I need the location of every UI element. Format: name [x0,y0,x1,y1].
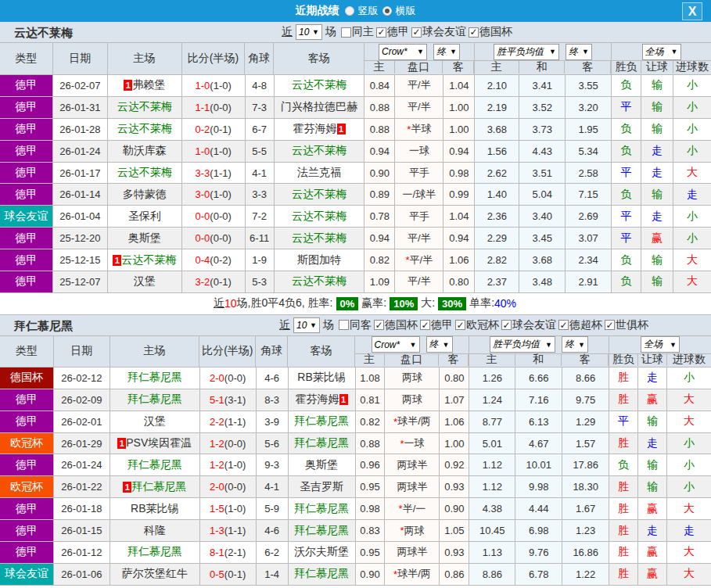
filter-checkbox-label[interactable]: 德国杯 [385,318,418,332]
handicap: 两球半 [397,545,427,559]
away-team-name[interactable]: 斯图加特 [297,253,341,267]
header-select[interactable]: 终▼ [426,336,453,353]
header-select[interactable]: Crow*▼ [379,44,427,60]
filter-checkbox-球会友谊[interactable]: ✓ [501,320,512,330]
away-team-name[interactable]: 法兰克福 [297,166,341,180]
league-type-cell: 球会友谊 [0,206,53,227]
filter-checkbox-球会友谊[interactable]: ✓ [411,27,422,38]
away-team-name[interactable]: 霍芬海姆 [293,122,337,136]
home-team-name[interactable]: 汉堡 [134,274,156,289]
sub-column-header: 和 [515,354,562,366]
away-team-name[interactable]: 云达不莱梅 [292,144,347,158]
handicap: 平/半 [408,274,431,289]
away-team-name[interactable]: 云达不莱梅 [292,188,347,202]
filter-checkbox-label[interactable]: 德甲 [387,25,409,39]
home-team-name[interactable]: 圣保利 [128,210,161,224]
filter-checkbox-label[interactable]: 球会友谊 [512,318,556,332]
close-icon[interactable]: X [682,2,702,20]
header-select[interactable]: 终▼ [566,44,592,60]
match-count-select[interactable]: 10▼ [293,317,320,333]
home-team-name[interactable]: 弗赖堡 [132,78,165,92]
away-team-name[interactable]: 云达不莱梅 [292,274,347,289]
home-team-name[interactable]: 拜仁慕尼黑 [127,458,182,472]
header-select[interactable]: 全场▼ [642,44,681,60]
away-team-name[interactable]: 奥斯堡 [305,458,338,472]
summary-recent-label: 近 [214,296,224,310]
handicap: 半球 [411,122,431,136]
home-team-name[interactable]: PSV埃因霍温 [126,436,192,450]
filter-checkbox-label[interactable]: 德国杯 [479,25,512,39]
euro-home: 8.77 [483,416,502,428]
filter-checkbox-label[interactable]: 同客 [350,318,372,332]
away-team-name[interactable]: 圣吉罗斯 [300,480,343,494]
result-wdl: 负 [621,144,632,158]
home-team-name[interactable]: 拜仁慕尼黑 [131,480,186,494]
home-team-name[interactable]: 拜仁慕尼黑 [127,545,182,559]
header-select-value: Crow* [382,46,408,57]
away-team-name[interactable]: 拜仁慕尼黑 [294,414,349,428]
filter-checkbox-欧冠杯[interactable]: ✓ [455,320,465,330]
away-team-name[interactable]: 拜仁慕尼黑 [294,436,349,450]
home-team-name[interactable]: 萨尔茨堡红牛 [122,567,188,581]
filter-checkbox-德甲[interactable]: ✓ [420,320,430,330]
home-team-name[interactable]: 拜仁慕尼黑 [127,393,182,407]
filter-checkbox-label[interactable]: 欧冠杯 [466,318,499,332]
away-team-name[interactable]: 云达不莱梅 [292,231,347,246]
filter-checkbox-label[interactable]: 德超杯 [569,318,602,332]
home-team-name[interactable]: 多特蒙德 [123,188,167,202]
filter-checkbox-世俱杯[interactable]: ✓ [605,320,615,330]
header-select[interactable]: 终▼ [433,44,460,60]
away-team-name[interactable]: 霍芬海姆 [296,393,339,407]
home-team-name[interactable]: 云达不莱梅 [117,166,172,180]
vertical-radio-label[interactable]: 竖版 [358,4,379,18]
away-team-name[interactable]: 门兴格拉德巴赫 [281,100,357,114]
filter-checkbox-德国杯[interactable]: ✓ [469,27,479,38]
home-team-name[interactable]: 奥斯堡 [128,231,161,246]
home-team-name[interactable]: 勒沃库森 [123,144,167,158]
match-count-select[interactable]: 10▼ [296,24,322,40]
result-goals: 走 [684,524,695,538]
header-select[interactable]: 终▼ [562,336,588,353]
filter-checkbox-德超杯[interactable]: ✓ [558,320,569,330]
horizontal-radio[interactable] [382,6,392,16]
away-water: 0.93 [444,481,464,493]
vertical-radio[interactable] [345,6,354,16]
away-team-name[interactable]: 云达不莱梅 [292,78,347,92]
home-team-name[interactable]: RB莱比锡 [131,502,178,516]
halftime-score: (0-1) [224,568,246,580]
match-date: 26-02-09 [61,394,102,406]
away-team-name[interactable]: 沃尔夫斯堡 [294,545,349,559]
home-team-name[interactable]: 汉堡 [144,414,166,428]
euro-home: 1.13 [483,547,502,558]
filter-checkbox-label[interactable]: 世俱杯 [616,318,648,332]
home-team-name[interactable]: 拜仁慕尼黑 [127,371,182,385]
home-team-name[interactable]: 云达不莱梅 [121,253,176,267]
filter-checkbox-德甲[interactable]: ✓ [376,27,386,38]
filter-checkbox-label[interactable]: 球会友谊 [422,25,466,39]
away-team-name[interactable]: RB莱比锡 [297,371,345,385]
header-select[interactable]: Crow*▼ [372,336,420,353]
header-select[interactable]: 胜平负均值▼ [494,44,559,60]
filter-checkbox-同客[interactable] [339,320,349,330]
filter-checkbox-同主[interactable] [341,27,351,38]
halftime-score: (1-0) [210,188,231,200]
header-group-sublabels: 主和客 [469,354,609,366]
home-team-name[interactable]: 云达不莱梅 [117,100,172,114]
home-team-name[interactable]: 科隆 [144,524,166,538]
away-team-name[interactable]: 云达不莱梅 [292,210,347,224]
header-select[interactable]: 全场▼ [641,336,680,353]
euro-draw: 3.68 [533,254,552,266]
filter-checkbox-label[interactable]: 同主 [352,25,374,39]
filter-checkbox-label[interactable]: 德甲 [431,318,453,332]
table-row: 德甲26-01-24拜仁慕尼黑1-2(1-0)9-3奥斯堡0.96两球半0.92… [0,454,711,476]
euro-home: 2.19 [487,102,507,113]
home-team-name[interactable]: 云达不莱梅 [117,122,172,136]
away-team-name[interactable]: 拜仁慕尼黑 [294,524,349,538]
away-team-name[interactable]: 拜仁慕尼黑 [294,567,349,581]
result-handicap: 走 [652,144,663,158]
filter-checkbox-德国杯[interactable]: ✓ [374,320,384,330]
header-select[interactable]: 胜平负均值▼ [490,336,555,353]
table-row: 欧冠杯26-01-221拜仁慕尼黑2-0(0-0)4-1圣吉罗斯0.95两球半0… [0,476,711,498]
horizontal-radio-label[interactable]: 横版 [396,4,416,18]
away-team-name[interactable]: 拜仁慕尼黑 [294,502,349,516]
